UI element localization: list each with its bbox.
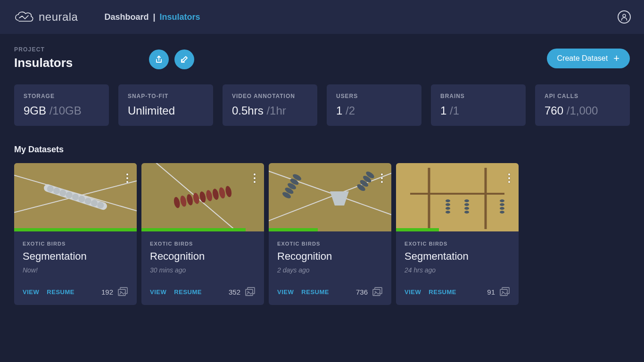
resume-link[interactable]: RESUME [174,288,202,296]
dataset-thumbnail [14,163,137,231]
dataset-card[interactable]: EXOTIC BIRDS Segmentation Now! VIEW RESU… [14,163,137,305]
card-menu-button[interactable] [379,172,385,185]
stat-label: STORAGE [24,93,99,99]
edit-button[interactable] [174,49,194,69]
view-link[interactable]: VIEW [150,288,166,296]
view-link[interactable]: VIEW [405,288,421,296]
card-body: EXOTIC BIRDS Segmentation 24 hrs ago VIE… [396,231,519,305]
svg-point-58 [464,211,469,214]
user-icon [620,13,628,21]
image-count-value: 352 [229,288,240,296]
stat-value: Unlimited [128,104,204,117]
card-actions: VIEW RESUME [405,288,456,296]
card-actions: VIEW RESUME [23,288,74,296]
brand-name: neurala [39,10,78,24]
card-body: EXOTIC BIRDS Recognition 30 mins ago VIE… [141,231,264,305]
dataset-thumbnail [141,163,264,231]
content: PROJECT Insulators [0,34,644,305]
stat-storage: STORAGE 9GB /10GB [14,84,109,126]
stat-value: 760 /1,000 [545,104,620,117]
image-count: 352 [229,287,256,296]
breadcrumb: Dashboard | Insulators [104,12,200,22]
stat-label: BRAINS [440,93,516,99]
stat-value: 0.5hrs /1hr [232,104,308,117]
plus-icon: + [613,53,619,64]
stat-label: API CALLS [545,93,620,99]
dataset-time: 30 mins ago [150,266,256,274]
share-icon [155,55,163,64]
svg-point-51 [446,199,450,202]
view-link[interactable]: VIEW [277,288,294,296]
svg-point-59 [500,199,504,202]
dataset-time: 2 days ago [277,266,383,274]
image-count-value: 192 [101,288,113,296]
project-row: PROJECT Insulators [14,46,630,70]
breadcrumb-dashboard[interactable]: Dashboard [104,12,149,22]
card-footer: VIEW RESUME 352 [150,287,256,296]
progress-bar [141,228,246,231]
card-footer: VIEW RESUME 736 [277,287,383,296]
card-body: EXOTIC BIRDS Segmentation Now! VIEW RESU… [14,231,137,305]
stats-grid: STORAGE 9GB /10GB SNAP-TO-FIT Unlimited … [14,84,630,126]
app-header: neurala Dashboard | Insulators [0,0,644,34]
progress-bar [14,228,137,231]
stat-brains: BRAINS 1 /1 [431,84,526,126]
stat-users: USERS 1 /2 [327,84,421,126]
svg-rect-47 [396,163,519,231]
svg-point-56 [464,203,469,206]
breadcrumb-current[interactable]: Insulators [160,12,200,22]
edit-icon [180,55,189,64]
card-menu-button[interactable] [252,172,257,185]
dataset-card[interactable]: EXOTIC BIRDS Recognition 30 mins ago VIE… [141,163,264,305]
project-title-block: PROJECT Insulators [14,46,137,70]
dataset-card[interactable]: EXOTIC BIRDS Recognition 2 days ago VIEW… [269,163,391,305]
card-footer: VIEW RESUME 91 [405,287,510,296]
project-action-buttons [149,49,194,70]
resume-link[interactable]: RESUME [301,288,329,296]
images-icon [500,287,510,296]
image-count: 736 [356,287,383,296]
create-dataset-label: Create Dataset [557,54,608,63]
dataset-category: EXOTIC BIRDS [150,241,256,247]
svg-point-60 [500,203,504,206]
images-icon [245,287,256,296]
image-count-value: 736 [356,288,368,296]
stat-value: 1 /1 [440,104,516,117]
brand-logo[interactable]: neurala [13,10,78,24]
stat-value: 1 /2 [336,104,412,117]
project-label: PROJECT [14,46,137,53]
header-left: neurala Dashboard | Insulators [13,10,200,24]
brain-cloud-icon [13,10,34,24]
dataset-time: Now! [23,266,128,274]
dataset-card[interactable]: EXOTIC BIRDS Segmentation 24 hrs ago VIE… [396,163,519,305]
resume-link[interactable]: RESUME [429,288,456,296]
datasets-section-title: My Datasets [14,145,630,155]
card-menu-button[interactable] [506,172,512,185]
resume-link[interactable]: RESUME [47,288,74,296]
share-button[interactable] [149,49,169,69]
dataset-time: 24 hrs ago [405,266,510,274]
card-footer: VIEW RESUME 192 [23,287,128,296]
stat-label: SNAP-TO-FIT [128,93,204,99]
breadcrumb-separator: | [151,12,157,22]
project-left: PROJECT Insulators [14,46,194,70]
stat-value: 9GB /10GB [24,104,99,117]
card-actions: VIEW RESUME [277,288,329,296]
dataset-category: EXOTIC BIRDS [23,241,128,247]
profile-menu-button[interactable] [618,10,631,24]
view-link[interactable]: VIEW [23,288,39,296]
svg-point-53 [446,207,450,210]
svg-point-55 [464,199,469,202]
svg-point-52 [446,203,450,206]
stat-label: VIDEO ANNOTATION [232,93,308,99]
datasets-grid: EXOTIC BIRDS Segmentation Now! VIEW RESU… [14,163,630,305]
stat-api-calls: API CALLS 760 /1,000 [535,84,630,126]
card-menu-button[interactable] [124,172,130,185]
dataset-category: EXOTIC BIRDS [277,241,383,247]
dataset-title: Segmentation [405,250,510,263]
svg-point-57 [464,207,469,210]
svg-point-0 [623,14,626,17]
stat-video-annotation: VIDEO ANNOTATION 0.5hrs /1hr [223,84,317,126]
create-dataset-button[interactable]: Create Dataset + [547,49,630,68]
dataset-category: EXOTIC BIRDS [405,241,510,247]
